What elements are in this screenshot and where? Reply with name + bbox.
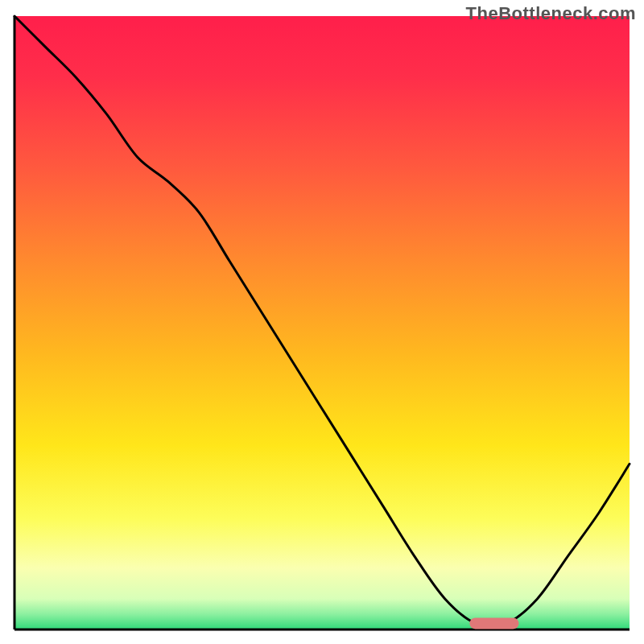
bottleneck-chart (0, 0, 644, 644)
optimal-marker (469, 617, 518, 629)
chart-container: TheBottleneck.com (0, 0, 644, 644)
plot-background (14, 16, 630, 630)
watermark-text: TheBottleneck.com (466, 3, 636, 24)
